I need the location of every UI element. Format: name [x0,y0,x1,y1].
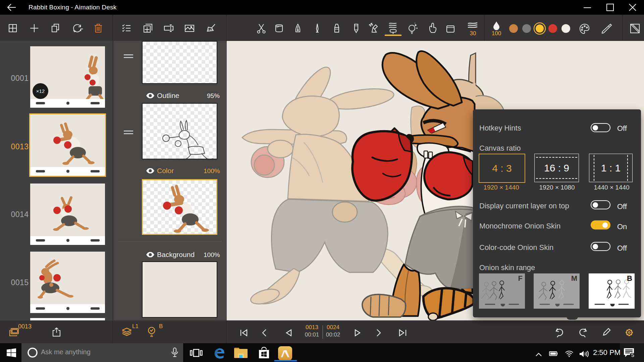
svg-text:5: 5 [631,352,634,358]
